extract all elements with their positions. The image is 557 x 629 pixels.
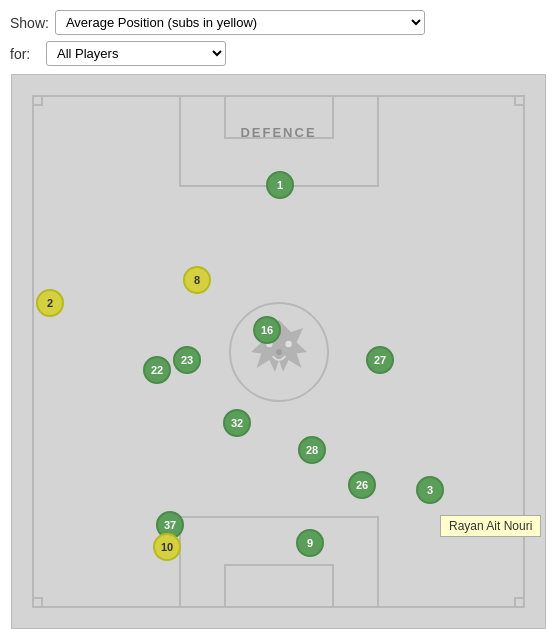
bottom-goal-box xyxy=(224,564,334,606)
player-1[interactable]: 1 xyxy=(266,171,294,199)
player-2[interactable]: 2 xyxy=(36,289,64,317)
controls-panel: Show: Average Position (subs in yellow)H… xyxy=(10,10,547,66)
player-22[interactable]: 22 xyxy=(143,356,171,384)
player-28[interactable]: 28 xyxy=(298,436,326,464)
show-label: Show: xyxy=(10,15,49,31)
player-32[interactable]: 32 xyxy=(223,409,251,437)
for-select[interactable]: All PlayersStartersSubs xyxy=(46,41,226,66)
player-9[interactable]: 9 xyxy=(296,529,324,557)
player-3[interactable]: 3 xyxy=(416,476,444,504)
corner-tr xyxy=(514,96,524,106)
player-10[interactable]: 10 xyxy=(153,533,181,561)
corner-bl xyxy=(33,597,43,607)
player-27[interactable]: 27 xyxy=(366,346,394,374)
svg-point-1 xyxy=(285,340,291,346)
corner-tl xyxy=(33,96,43,106)
player-8[interactable]: 8 xyxy=(183,266,211,294)
defence-label: DEFENCE xyxy=(240,125,316,140)
player-16[interactable]: 16 xyxy=(253,316,281,344)
corner-br xyxy=(514,597,524,607)
player-23[interactable]: 23 xyxy=(173,346,201,374)
pitch: DEFENCE 12816222327322826337109Rayan Ait… xyxy=(11,74,546,629)
show-select[interactable]: Average Position (subs in yellow)Heat Ma… xyxy=(55,10,425,35)
for-label: for: xyxy=(10,46,40,62)
for-row: for: All PlayersStartersSubs xyxy=(10,41,547,66)
player-26[interactable]: 26 xyxy=(348,471,376,499)
player-tooltip: Rayan Ait Nouri xyxy=(440,515,541,537)
show-row: Show: Average Position (subs in yellow)H… xyxy=(10,10,547,35)
